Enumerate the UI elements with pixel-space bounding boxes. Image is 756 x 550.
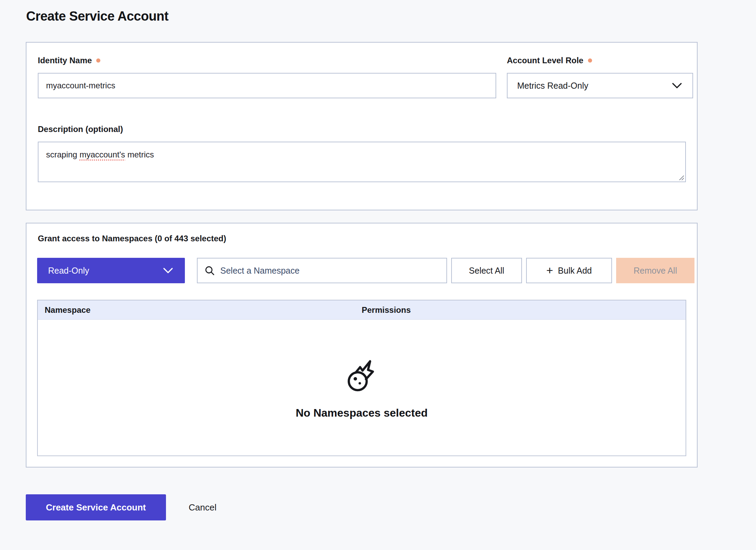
namespaces-card: Grant access to Namespaces (0 of 443 sel…	[26, 223, 698, 468]
textarea-resize-handle[interactable]	[679, 175, 684, 180]
chevron-down-icon	[163, 267, 173, 274]
description-textarea[interactable]: scraping myaccount's metrics	[38, 142, 686, 182]
account-level-role-label: Account Level Role	[507, 56, 592, 65]
identity-name-label: Identity Name	[38, 56, 100, 65]
remove-all-label: Remove All	[634, 266, 677, 276]
identity-name-label-text: Identity Name	[38, 56, 92, 65]
account-level-role-label-text: Account Level Role	[507, 56, 583, 65]
chevron-down-icon	[672, 82, 682, 89]
description-misspelled-word: myaccount's	[79, 150, 125, 159]
namespace-search	[197, 258, 447, 283]
account-level-role-select[interactable]: Metrics Read-Only	[507, 73, 693, 98]
required-indicator	[588, 58, 592, 63]
cancel-button[interactable]: Cancel	[189, 494, 216, 520]
required-indicator	[96, 58, 100, 63]
remove-all-button[interactable]: Remove All	[616, 258, 694, 283]
namespaces-heading: Grant access to Namespaces (0 of 443 sel…	[38, 234, 226, 243]
description-label: Description (optional)	[38, 124, 123, 134]
namespaces-empty-state: No Namespaces selected	[38, 320, 686, 456]
plus-icon: +	[546, 264, 553, 276]
page-title: Create Service Account	[26, 9, 168, 24]
create-service-account-button[interactable]: Create Service Account	[26, 494, 166, 520]
namespaces-table-header: Namespace Permissions	[38, 300, 686, 320]
empty-state-text: No Namespaces selected	[296, 407, 427, 419]
bulk-add-button[interactable]: + Bulk Add	[526, 258, 612, 283]
account-level-role-value: Metrics Read-Only	[517, 81, 588, 91]
search-icon	[204, 265, 215, 276]
identity-form-card: Identity Name Account Level Role Metrics…	[26, 42, 698, 210]
cancel-label: Cancel	[189, 502, 216, 513]
column-header-namespace: Namespace	[38, 305, 362, 315]
namespace-search-input[interactable]	[220, 266, 440, 276]
namespaces-table: Namespace Permissions No Namespaces sele…	[37, 300, 686, 456]
description-label-text: Description (optional)	[38, 124, 123, 134]
select-all-label: Select All	[469, 266, 504, 276]
create-service-account-label: Create Service Account	[46, 502, 146, 513]
comet-icon	[345, 356, 379, 395]
bulk-add-label: Bulk Add	[558, 266, 592, 276]
select-all-button[interactable]: Select All	[451, 258, 522, 283]
permission-filter-dropdown[interactable]: Read-Only	[37, 258, 185, 283]
permission-filter-value: Read-Only	[48, 266, 89, 276]
column-header-permissions: Permissions	[362, 305, 686, 315]
description-text: metrics	[125, 150, 154, 159]
identity-name-input[interactable]	[38, 73, 496, 98]
description-text: scraping	[46, 150, 79, 159]
